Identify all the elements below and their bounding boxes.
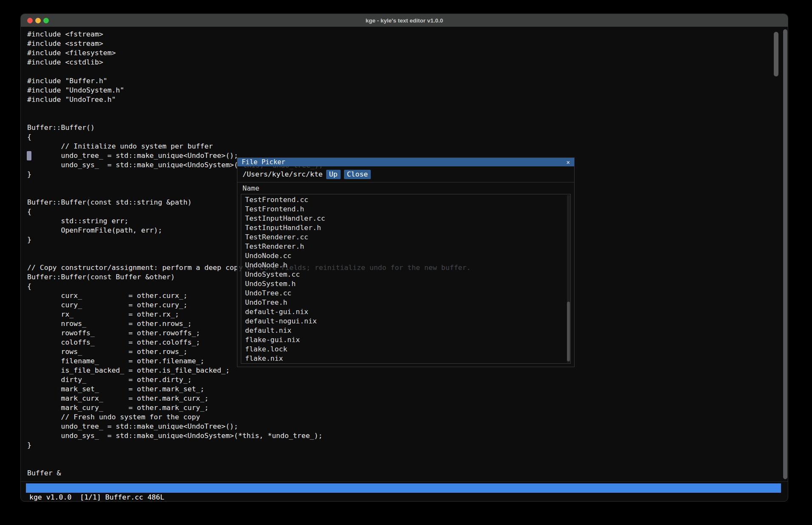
file-item[interactable]: flake-gui.nix [241,335,570,345]
path-row: /Users/kyle/src/kte Up Close [237,166,574,182]
list-scrollbar-thumb[interactable] [567,302,570,361]
current-path: /Users/kyle/src/kte [242,170,323,178]
editor-scrollbar-thumb[interactable] [774,32,778,76]
file-item[interactable]: TestFrontend.h [241,205,570,214]
maximize-window-icon[interactable] [43,18,49,23]
file-item[interactable]: TestRenderer.h [241,242,570,251]
traffic-lights [27,18,49,23]
file-picker-title: File Picker [242,158,285,166]
close-icon[interactable]: ✕ [567,159,570,166]
up-button[interactable]: Up [326,170,341,179]
file-item[interactable]: UndoNode.h [241,261,570,270]
file-item[interactable]: UndoSystem.h [241,279,570,289]
file-item[interactable]: default-gui.nix [241,307,570,317]
close-button[interactable]: Close [344,170,371,179]
window-scrollbar-track[interactable] [783,29,787,479]
statusbar-divider [21,481,788,482]
file-item[interactable]: TestInputHandler.cc [241,214,570,223]
file-picker-dialog: *this, *undo_tree_); y of core fields; r… [237,157,575,367]
file-item[interactable]: UndoSystem.cc [241,270,570,279]
file-item[interactable]: flake.nix [241,354,570,363]
close-window-icon[interactable] [27,18,33,23]
text-cursor [27,151,31,160]
file-picker-titlebar: File Picker ✕ [237,158,574,166]
window-titlebar: kge - kyle's text editor v1.0.0 [21,14,788,27]
column-header-name: Name [242,183,259,194]
status-file-info: kge v1.0.0 [1/1] Buffer.cc 486L [29,493,164,502]
status-bar: kge v1.0.0 [1/1] Buffer.cc 486L Open Fil… [26,483,781,493]
minimize-window-icon[interactable] [35,18,41,23]
app-window: kge - kyle's text editor v1.0.0 #include… [20,14,788,502]
file-item[interactable]: default-nogui.nix [241,317,570,326]
window-title: kge - kyle's text editor v1.0.0 [21,17,788,24]
file-item[interactable]: UndoTree.h [241,298,570,307]
file-item[interactable]: UndoNode.cc [241,251,570,261]
file-item[interactable]: flake.lock [241,345,570,354]
file-item[interactable]: TestInputHandler.h [241,223,570,233]
file-item[interactable]: default.nix [241,326,570,335]
file-item[interactable]: TestFrontend.cc [241,195,570,205]
file-list[interactable]: TestFrontend.ccTestFrontend.hTestInputHa… [241,194,571,364]
file-item[interactable]: UndoTree.cc [241,289,570,298]
file-item[interactable]: TestRenderer.cc [241,233,570,242]
